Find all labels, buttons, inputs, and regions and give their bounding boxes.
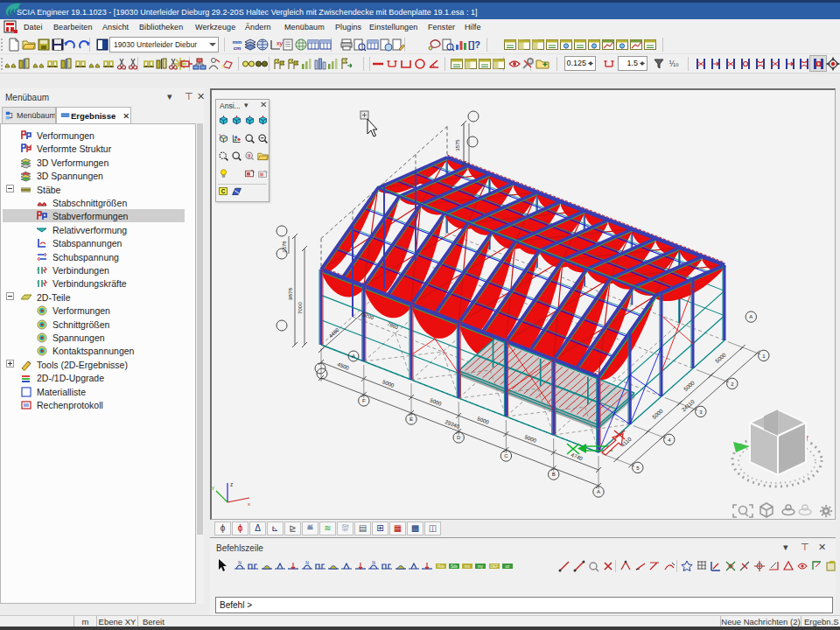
svg-text:E: E bbox=[410, 416, 413, 422]
svg-text:B: B bbox=[552, 472, 556, 477]
svg-text:my: my bbox=[478, 564, 484, 569]
svg-text:29240: 29240 bbox=[444, 418, 461, 430]
svg-text:x: x bbox=[248, 501, 250, 507]
svg-text:5000: 5000 bbox=[714, 351, 727, 364]
svg-text:3: 3 bbox=[699, 410, 703, 415]
svg-text:1: 1 bbox=[762, 354, 766, 359]
svg-text:5000: 5000 bbox=[682, 379, 696, 392]
svg-text:A: A bbox=[749, 314, 752, 319]
svg-text:5000: 5000 bbox=[429, 396, 443, 407]
svg-text:4500: 4500 bbox=[337, 360, 351, 371]
svg-text:C: C bbox=[504, 453, 508, 458]
svg-text:Rds: Rds bbox=[437, 564, 444, 569]
svg-text:D: D bbox=[457, 435, 461, 440]
svg-text:5000: 5000 bbox=[651, 407, 664, 420]
svg-text:4480: 4480 bbox=[328, 326, 340, 339]
svg-text:[]?: []? bbox=[468, 39, 480, 50]
svg-text:mx: mx bbox=[465, 564, 471, 569]
svg-text:5: 5 bbox=[636, 466, 640, 471]
svg-text:mm: mm bbox=[233, 39, 242, 45]
svg-text:4: 4 bbox=[668, 438, 671, 443]
svg-text:N: N bbox=[305, 560, 309, 565]
svg-text:A: A bbox=[352, 354, 355, 359]
svg-text:C: C bbox=[221, 188, 226, 194]
svg-text:3575: 3575 bbox=[455, 139, 460, 151]
svg-text:cm: cm bbox=[234, 46, 242, 51]
svg-text:9878: 9878 bbox=[287, 288, 293, 300]
svg-text:uz: uz bbox=[506, 564, 511, 569]
svg-text:N: N bbox=[372, 560, 375, 565]
svg-text:5000: 5000 bbox=[382, 378, 396, 388]
svg-text:N: N bbox=[238, 560, 242, 565]
svg-text:z: z bbox=[230, 481, 233, 487]
svg-text:y: y bbox=[212, 485, 214, 490]
svg-text:2: 2 bbox=[731, 382, 734, 387]
svg-text:A: A bbox=[597, 489, 600, 494]
svg-text:DEF: DEF bbox=[490, 564, 498, 569]
svg-text:Sds: Sds bbox=[451, 564, 458, 569]
svg-text:F: F bbox=[362, 398, 366, 403]
svg-text:⅒: ⅒ bbox=[669, 60, 679, 68]
svg-text:5000: 5000 bbox=[524, 434, 538, 444]
svg-text:5000: 5000 bbox=[477, 415, 491, 425]
svg-text:7000: 7000 bbox=[297, 302, 303, 314]
svg-text:7860: 7860 bbox=[387, 321, 399, 330]
